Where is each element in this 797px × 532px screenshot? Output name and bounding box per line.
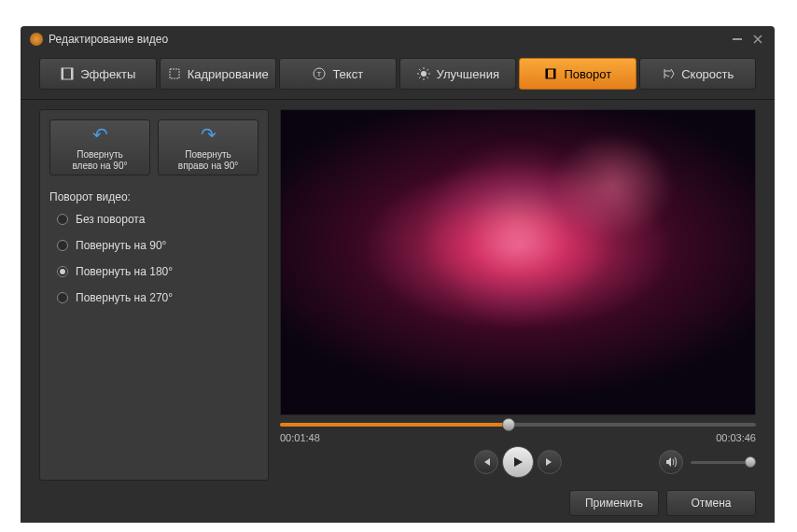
window-title: Редактирование видео (49, 33, 168, 46)
radio-icon (57, 292, 68, 303)
total-time: 00:03:46 (716, 432, 756, 443)
tab-crop[interactable]: Кадрирование (160, 58, 277, 90)
titlebar: Редактирование видео (21, 26, 775, 52)
cancel-button[interactable]: Отмена (666, 490, 756, 516)
svg-rect-18 (553, 69, 555, 78)
svg-line-13 (426, 77, 428, 79)
svg-line-15 (426, 69, 428, 71)
svg-point-7 (421, 71, 426, 77)
tab-speed[interactable]: Скорость (639, 58, 757, 90)
tab-enhance[interactable]: Улучшения (399, 58, 517, 90)
svg-rect-0 (733, 38, 742, 40)
preview-panel: 00:01:48 00:03:46 (280, 109, 756, 481)
rotate-icon (543, 66, 558, 81)
rotate-right-button[interactable]: ↷ Повернуть вправо на 90° (158, 119, 259, 175)
radio-icon (57, 240, 68, 251)
next-button[interactable] (538, 450, 562, 474)
svg-rect-4 (170, 69, 179, 78)
close-button[interactable] (750, 32, 765, 47)
svg-rect-3 (71, 68, 73, 79)
footer: Применить Отмена (21, 490, 775, 529)
svg-text:T: T (317, 70, 322, 78)
tab-rotate[interactable]: Поворот (519, 58, 636, 90)
minimize-button[interactable] (730, 32, 745, 47)
rotate-right-icon: ↷ (201, 123, 217, 146)
current-time: 00:01:48 (280, 432, 320, 443)
volume-control (659, 450, 756, 474)
svg-rect-2 (62, 68, 63, 79)
radio-180[interactable]: Повернуть на 180° (57, 265, 259, 278)
prev-button[interactable] (474, 450, 498, 474)
rotate-left-button[interactable]: ↶ Повернуть влево на 90° (49, 119, 150, 175)
play-button[interactable] (502, 446, 534, 478)
rotate-left-icon: ↶ (92, 123, 108, 146)
timeline: 00:01:48 00:03:46 (280, 423, 756, 481)
radio-icon (57, 214, 68, 225)
radio-icon (57, 266, 68, 277)
volume-thumb[interactable] (745, 456, 756, 468)
seek-thumb[interactable] (502, 418, 515, 431)
radio-90[interactable]: Повернуть на 90° (57, 239, 259, 252)
rotate-panel: ↶ Повернуть влево на 90° ↷ Повернуть впр… (39, 109, 269, 481)
rotate-radio-group: Без поворота Повернуть на 90° Повернуть … (49, 213, 259, 304)
playback-controls (474, 446, 562, 478)
speed-icon (661, 66, 676, 81)
volume-button[interactable] (659, 450, 683, 474)
seek-fill (280, 423, 509, 427)
effects-icon (60, 66, 75, 81)
svg-line-12 (419, 69, 421, 71)
tab-effects[interactable]: Эффекты (39, 58, 157, 90)
content-area: ↶ Повернуть влево на 90° ↷ Повернуть впр… (21, 100, 775, 490)
enhance-icon (416, 66, 431, 81)
tab-text[interactable]: T Текст (279, 58, 397, 90)
crop-icon (167, 66, 182, 81)
radio-270[interactable]: Повернуть на 270° (57, 291, 259, 304)
seek-slider[interactable] (280, 423, 756, 427)
svg-rect-17 (546, 69, 548, 78)
text-icon: T (312, 66, 327, 81)
video-preview[interactable] (280, 109, 756, 415)
app-icon (30, 33, 43, 46)
volume-slider[interactable] (691, 461, 756, 464)
radio-none[interactable]: Без поворота (57, 213, 259, 226)
preview-frame (281, 110, 755, 414)
apply-button[interactable]: Применить (569, 490, 659, 516)
rotate-section-label: Поворот видео: (49, 190, 259, 203)
svg-line-14 (419, 77, 421, 79)
tab-bar: Эффекты Кадрирование T Текст Улучшения П… (21, 52, 775, 100)
editor-window: Редактирование видео Эффекты Кадрировани… (21, 26, 775, 523)
